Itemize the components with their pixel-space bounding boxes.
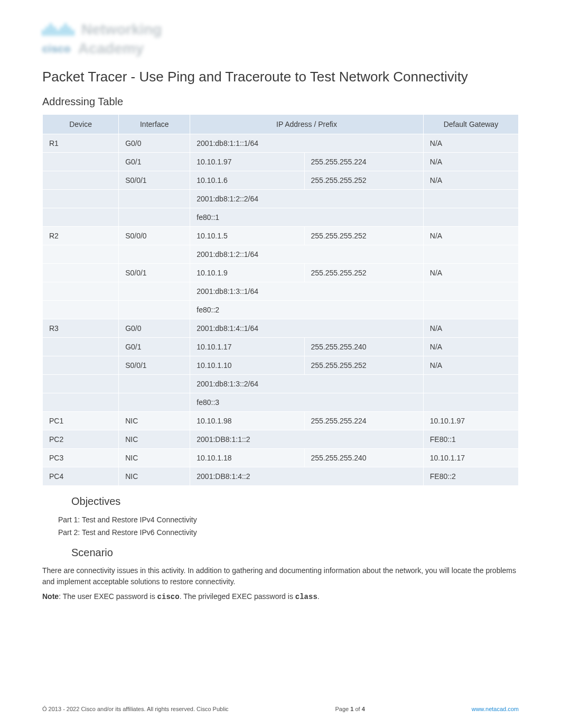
cell-interface: NIC	[119, 449, 190, 467]
objectives-list: Part 1: Test and Restore IPv4 Connectivi…	[58, 514, 519, 539]
page-of: of	[353, 706, 361, 712]
col-gateway: Default Gateway	[423, 115, 518, 134]
cell-device: R2	[43, 227, 119, 245]
table-row: fe80::1	[43, 208, 519, 227]
cell-mask: 255.255.255.252	[304, 356, 423, 375]
cell-interface: S0/0/1	[119, 264, 190, 282]
cell-ip: 2001:db8:1:2::1/64	[190, 245, 423, 264]
table-row: fe80::3	[43, 393, 519, 412]
cell-mask: 255.255.255.252	[304, 171, 423, 190]
cell-ip: 2001:db8:1:4::1/64	[190, 319, 423, 338]
copyright-text: 2013 - 2022 Cisco and/or its affiliates.…	[47, 706, 229, 712]
cell-interface	[119, 301, 190, 319]
col-interface: Interface	[119, 115, 190, 134]
addressing-table: Device Interface IP Address / Prefix Def…	[42, 114, 519, 486]
cell-gateway	[423, 301, 518, 319]
cell-device	[43, 375, 119, 393]
note-val-cisco: cisco	[157, 593, 180, 601]
cell-device	[43, 171, 119, 190]
cell-ip: 10.10.1.98	[190, 412, 304, 430]
table-row: 2001:db8:1:2::1/64	[43, 245, 519, 264]
cell-device: PC4	[43, 467, 119, 486]
cell-ip: 2001:DB8:1:4::2	[190, 467, 423, 486]
cell-gateway	[423, 282, 518, 301]
page-label: Page	[335, 706, 351, 712]
cell-ip: 2001:db8:1:3::2/64	[190, 375, 423, 393]
table-row: PC3NIC10.10.1.18255.255.255.24010.10.1.1…	[43, 449, 519, 467]
cell-mask: 255.255.255.224	[304, 412, 423, 430]
cell-device	[43, 245, 119, 264]
copyright-symbol: Ó	[42, 706, 47, 712]
cell-ip: 10.10.1.17	[190, 338, 304, 356]
objective-item: Part 2: Test and Restore IPv6 Connectivi…	[58, 527, 519, 539]
objective-item: Part 1: Test and Restore IPv4 Connectivi…	[58, 514, 519, 527]
cell-device: PC3	[43, 449, 119, 467]
cell-device	[43, 301, 119, 319]
cisco-bars-icon	[42, 23, 74, 36]
cell-interface	[119, 208, 190, 227]
cell-interface: S0/0/0	[119, 227, 190, 245]
cell-interface: NIC	[119, 467, 190, 486]
cell-device: PC1	[43, 412, 119, 430]
cell-gateway: N/A	[423, 264, 518, 282]
cell-ip: fe80::1	[190, 208, 423, 227]
cell-gateway: N/A	[423, 338, 518, 356]
cell-interface: S0/0/1	[119, 171, 190, 190]
cell-ip: 10.10.1.6	[190, 171, 304, 190]
cell-device	[43, 356, 119, 375]
cell-device	[43, 153, 119, 171]
cell-gateway	[423, 208, 518, 227]
cell-interface: NIC	[119, 412, 190, 430]
cell-mask: 255.255.255.224	[304, 153, 423, 171]
objectives-heading: Objectives	[71, 495, 519, 508]
cell-ip: 2001:DB8:1:1::2	[190, 430, 423, 449]
table-row: S0/0/110.10.1.10255.255.255.252N/A	[43, 356, 519, 375]
cell-device: R3	[43, 319, 119, 338]
table-row: PC1NIC10.10.1.98255.255.255.22410.10.1.9…	[43, 412, 519, 430]
cell-ip: fe80::2	[190, 301, 423, 319]
cell-device	[43, 208, 119, 227]
cell-gateway: N/A	[423, 319, 518, 338]
cell-device: PC2	[43, 430, 119, 449]
cell-gateway: 10.10.1.17	[423, 449, 518, 467]
cell-interface	[119, 393, 190, 412]
scenario-body: There are connectivity issues in this ac…	[42, 565, 519, 588]
table-row: PC2NIC2001:DB8:1:1::2FE80::1	[43, 430, 519, 449]
table-row: S0/0/110.10.1.9255.255.255.252N/A	[43, 264, 519, 282]
cell-gateway: N/A	[423, 227, 518, 245]
cell-ip: 2001:db8:1:2::2/64	[190, 190, 423, 208]
footer-link[interactable]: www.netacad.com	[472, 706, 519, 712]
cell-device	[43, 393, 119, 412]
table-row: fe80::2	[43, 301, 519, 319]
note-val-class: class	[295, 593, 317, 601]
cell-gateway: N/A	[423, 153, 518, 171]
cell-interface	[119, 190, 190, 208]
cell-mask: 255.255.255.252	[304, 227, 423, 245]
cell-mask: 255.255.255.252	[304, 264, 423, 282]
cell-interface: G0/0	[119, 134, 190, 153]
scenario-heading: Scenario	[71, 547, 519, 559]
logo-word-academy: Academy	[78, 40, 144, 57]
logo-block: Networking cisco Academy	[42, 21, 519, 57]
cell-gateway: FE80::2	[423, 467, 518, 486]
table-row: S0/0/110.10.1.6255.255.255.252N/A	[43, 171, 519, 190]
footer-copyright: Ó 2013 - 2022 Cisco and/or its affiliate…	[42, 706, 229, 712]
cell-gateway	[423, 190, 518, 208]
table-row: 2001:db8:1:3::2/64	[43, 375, 519, 393]
cell-ip: 2001:db8:1:3::1/64	[190, 282, 423, 301]
cell-interface	[119, 282, 190, 301]
logo-brand-cisco: cisco	[42, 43, 71, 55]
cell-device: R1	[43, 134, 119, 153]
cell-interface	[119, 375, 190, 393]
cell-interface: S0/0/1	[119, 356, 190, 375]
cell-gateway: N/A	[423, 356, 518, 375]
table-row: 2001:db8:1:3::1/64	[43, 282, 519, 301]
cell-gateway: N/A	[423, 171, 518, 190]
cell-gateway: 10.10.1.97	[423, 412, 518, 430]
cell-ip: 10.10.1.9	[190, 264, 304, 282]
note-text-3: .	[317, 592, 320, 601]
page-title: Packet Tracer - Use Ping and Traceroute …	[42, 68, 519, 86]
cell-interface: G0/0	[119, 319, 190, 338]
cell-interface: G0/1	[119, 153, 190, 171]
scenario-note: Note: The user EXEC password is cisco. T…	[42, 591, 519, 603]
